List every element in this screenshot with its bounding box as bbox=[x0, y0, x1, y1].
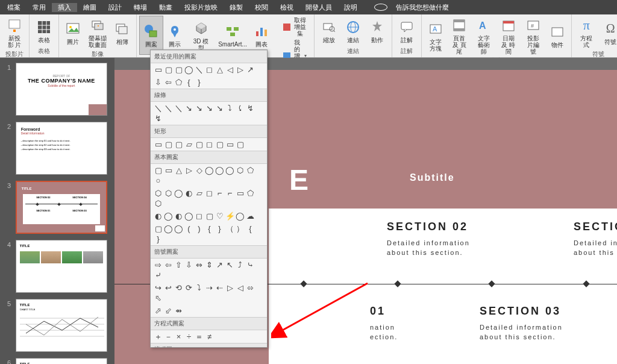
shape-item[interactable]: △ bbox=[215, 64, 225, 75]
get-addins[interactable]: 取得增益集 bbox=[278, 16, 312, 38]
shape-item[interactable]: ↯ bbox=[153, 113, 163, 124]
shape-item[interactable]: ⌐ bbox=[215, 188, 225, 198]
shape-item[interactable]: ◁ bbox=[235, 283, 245, 293]
menu-review[interactable]: 校閱 bbox=[249, 3, 274, 12]
menu-view[interactable]: 檢視 bbox=[274, 3, 299, 12]
action-button[interactable]: 動作 bbox=[365, 16, 389, 46]
shape-item[interactable]: ⟲ bbox=[174, 283, 184, 293]
headerfooter-button[interactable]: 頁首及 頁尾 bbox=[447, 16, 472, 56]
shape-item[interactable]: ◯ bbox=[163, 224, 174, 234]
shape-item[interactable]: ♡ bbox=[215, 211, 225, 221]
shape-item[interactable]: ▭ bbox=[225, 139, 235, 149]
shape-item[interactable]: ⬡ bbox=[153, 188, 163, 198]
shape-item[interactable]: ▢ bbox=[215, 139, 225, 149]
shape-item[interactable]: ⬠ bbox=[245, 165, 255, 175]
shape-item[interactable]: ⟳ bbox=[184, 283, 194, 293]
shape-item[interactable]: ↘ bbox=[184, 103, 194, 113]
shape-item[interactable]: } bbox=[153, 234, 163, 244]
shape-item[interactable]: ◻ bbox=[194, 211, 204, 221]
shape-item[interactable]: ▭ bbox=[153, 139, 163, 149]
thumb-6[interactable]: 6TITLE bbox=[0, 358, 114, 364]
datetime-button[interactable]: 日期及 時間 bbox=[496, 16, 521, 56]
menu-transitions[interactable]: 轉場 bbox=[128, 3, 153, 12]
slidenum-button[interactable]: #投影 片編號 bbox=[521, 16, 545, 56]
shape-item[interactable]: ⬀ bbox=[153, 306, 163, 316]
link-button[interactable]: 連結 bbox=[341, 16, 365, 46]
shape-item[interactable]: ⇩ bbox=[184, 260, 194, 270]
menu-file[interactable]: 檔案 bbox=[1, 3, 27, 12]
shape-item[interactable]: ↘ bbox=[204, 103, 215, 113]
shape-item[interactable]: ▭ bbox=[163, 165, 174, 175]
shape-item[interactable]: ⇦ bbox=[163, 77, 174, 87]
shape-item[interactable]: ◯ bbox=[225, 165, 235, 175]
shape-item[interactable]: ▭ bbox=[235, 188, 245, 198]
shape-item[interactable]: ⤵ bbox=[225, 103, 235, 113]
screenshot-button[interactable]: 螢幕擷取畫面 bbox=[84, 16, 111, 49]
menu-animations[interactable]: 動畫 bbox=[153, 3, 178, 12]
shape-item[interactable]: ⬄ bbox=[245, 283, 255, 293]
shape-item[interactable]: ◯ bbox=[204, 165, 215, 175]
table-button[interactable]: 表格 bbox=[32, 16, 56, 46]
shape-item[interactable]: ◯ bbox=[174, 224, 184, 234]
menu-draw[interactable]: 繪圖 bbox=[77, 3, 102, 12]
shape-item[interactable]: ( bbox=[184, 224, 194, 234]
shape-item[interactable]: ↖ bbox=[225, 260, 235, 270]
shape-item[interactable]: ＋ bbox=[153, 331, 163, 342]
shape-item[interactable]: ⚡ bbox=[225, 211, 235, 221]
shape-item[interactable]: ↘ bbox=[194, 103, 204, 113]
equation-button[interactable]: π方程式 bbox=[574, 16, 599, 49]
shape-item[interactable]: ◯ bbox=[215, 165, 225, 175]
shape-item[interactable]: ⤹ bbox=[235, 103, 245, 113]
shape-item[interactable]: △ bbox=[174, 165, 184, 175]
shape-item[interactable]: ＼ bbox=[153, 103, 163, 113]
object-button[interactable]: 物件 bbox=[546, 16, 569, 56]
wordart-button[interactable]: A文字藝術師 bbox=[472, 16, 496, 56]
shape-item[interactable]: ↪ bbox=[153, 283, 163, 293]
shape-item[interactable]: ▷ bbox=[184, 165, 194, 175]
shape-item[interactable]: ＼ bbox=[194, 64, 204, 75]
shape-item[interactable]: ⬁ bbox=[153, 293, 163, 303]
shape-item[interactable]: ⇠ bbox=[215, 283, 225, 293]
menu-insert[interactable]: 插入 bbox=[52, 3, 77, 12]
menu-record[interactable]: 錄製 bbox=[224, 3, 249, 12]
shape-item[interactable]: ▱ bbox=[184, 139, 194, 149]
shape-item[interactable]: ⇧ bbox=[174, 260, 184, 270]
shape-item[interactable]: ＼ bbox=[174, 103, 184, 113]
shape-item[interactable]: ▭ bbox=[153, 64, 163, 75]
shape-item[interactable]: } bbox=[215, 224, 225, 234]
shape-item[interactable]: ⇴ bbox=[174, 306, 184, 316]
shape-item[interactable]: ÷ bbox=[184, 331, 194, 342]
symbol-button[interactable]: Ω符號 bbox=[599, 16, 617, 49]
shape-item[interactable]: ▢ bbox=[153, 165, 163, 175]
shape-item[interactable]: ▢ bbox=[194, 139, 204, 149]
shape-item[interactable]: ↩ bbox=[163, 283, 174, 293]
shape-item[interactable]: ▱ bbox=[194, 188, 204, 198]
shape-item[interactable]: ≠ bbox=[204, 331, 215, 342]
shape-item[interactable]: ▷ bbox=[225, 283, 235, 293]
shape-item[interactable]: ⇨ bbox=[153, 260, 163, 270]
shape-item[interactable]: ◐ bbox=[184, 188, 194, 198]
shape-item[interactable]: ◯ bbox=[235, 211, 245, 221]
shape-item[interactable]: ▢ bbox=[174, 139, 184, 149]
shape-item[interactable]: ▢ bbox=[163, 139, 174, 149]
shape-item[interactable]: － bbox=[163, 331, 174, 342]
zoom-button[interactable]: 縮放 bbox=[317, 16, 341, 46]
shape-item[interactable]: ⇦ bbox=[163, 260, 174, 270]
shape-item[interactable]: ⇕ bbox=[204, 260, 215, 270]
shape-item[interactable]: ⤴ bbox=[235, 260, 245, 270]
shape-item[interactable]: ◻ bbox=[204, 64, 215, 75]
shape-item[interactable]: × bbox=[174, 331, 184, 342]
tell-me[interactable]: 告訴我您想做什麼 bbox=[368, 3, 461, 12]
menu-help[interactable]: 說明 bbox=[338, 3, 363, 12]
shape-item[interactable]: ◻ bbox=[204, 139, 215, 149]
shape-item[interactable]: ） bbox=[235, 224, 245, 234]
shape-item[interactable]: ◯ bbox=[174, 188, 184, 198]
shape-item[interactable]: { bbox=[204, 224, 215, 234]
album-button[interactable]: 相簿 bbox=[111, 16, 134, 49]
shape-item[interactable]: ▢ bbox=[235, 139, 245, 149]
shape-item[interactable]: ⬠ bbox=[174, 77, 184, 87]
shapes-dropdown[interactable]: 最近使用的圖案▭▢▢◯＼◻△◁▷↗⇩⇦⬠{}線條＼＼＼↘↘↘↘⤵⤹↯↯矩形▭▢▢… bbox=[150, 49, 268, 348]
shape-item[interactable]: ▷ bbox=[235, 64, 245, 75]
shape-item[interactable]: ⬃ bbox=[163, 306, 174, 316]
shape-item[interactable]: ○ bbox=[153, 175, 163, 186]
